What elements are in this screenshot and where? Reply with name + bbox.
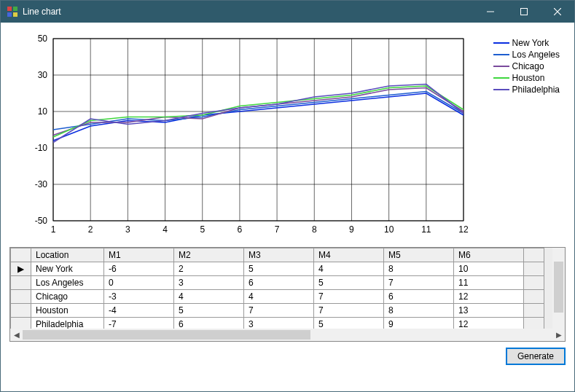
table-cell[interactable]: 2 <box>174 262 244 276</box>
chart-legend: New YorkLos AngelesChicagoHoustonPhilade… <box>493 37 560 95</box>
table-cell[interactable]: 4 <box>244 290 314 304</box>
window-buttons <box>474 1 574 23</box>
svg-rect-3 <box>13 12 17 17</box>
table-cell[interactable]: 8 <box>384 262 454 276</box>
svg-text:1: 1 <box>51 224 56 235</box>
svg-text:-50: -50 <box>35 216 48 226</box>
column-header[interactable]: Location <box>31 248 104 262</box>
scroll-right-arrow[interactable]: ▶ <box>552 329 565 341</box>
svg-text:-30: -30 <box>35 179 48 189</box>
svg-text:12: 12 <box>458 224 469 235</box>
svg-text:50: 50 <box>38 34 48 44</box>
legend-swatch <box>493 42 509 44</box>
legend-swatch <box>493 89 509 90</box>
legend-label: New York <box>512 37 549 49</box>
svg-text:30: 30 <box>38 70 48 80</box>
app-icon <box>7 6 18 17</box>
svg-text:3: 3 <box>125 224 130 235</box>
table-cell[interactable]: -3 <box>104 290 174 304</box>
svg-rect-1 <box>13 7 17 11</box>
svg-text:4: 4 <box>163 224 168 235</box>
legend-item: Los Angeles <box>493 49 560 60</box>
row-selector[interactable] <box>11 290 31 304</box>
svg-text:9: 9 <box>349 224 354 235</box>
table-cell[interactable]: Chicago <box>31 290 104 304</box>
table-cell[interactable]: -4 <box>104 304 174 318</box>
generate-button[interactable]: Generate <box>506 348 566 365</box>
column-header[interactable]: M1 <box>104 248 174 262</box>
table-cell[interactable]: 8 <box>384 304 454 318</box>
svg-line-7 <box>554 8 561 15</box>
legend-item: Houston <box>493 72 560 84</box>
table-cell[interactable]: 5 <box>174 304 244 318</box>
svg-text:7: 7 <box>275 224 280 235</box>
window-title: Line chart <box>23 7 474 17</box>
table-cell[interactable]: 5 <box>244 262 314 276</box>
table-cell[interactable]: -6 <box>104 262 174 276</box>
row-selector[interactable] <box>11 276 31 290</box>
svg-text:11: 11 <box>421 224 431 235</box>
legend-item: Philadelphia <box>493 84 560 95</box>
row-selector[interactable]: ▶ <box>11 262 31 276</box>
data-grid[interactable]: LocationM1M2M3M4M5M6▶New York-6254810Los… <box>9 247 566 342</box>
legend-label: Chicago <box>512 60 544 72</box>
legend-label: Los Angeles <box>512 49 560 60</box>
close-button[interactable] <box>541 1 574 23</box>
table-cell[interactable]: 12 <box>454 290 524 304</box>
scroll-left-arrow[interactable]: ◀ <box>10 329 23 341</box>
svg-text:8: 8 <box>312 224 317 235</box>
column-header[interactable]: M4 <box>314 248 384 262</box>
table-cell[interactable]: 13 <box>454 304 524 318</box>
table-cell[interactable]: 11 <box>454 276 524 290</box>
table-cell[interactable]: Los Angeles <box>31 276 104 290</box>
table-cell[interactable]: 7 <box>244 304 314 318</box>
column-header[interactable]: M2 <box>174 248 244 262</box>
table-cell[interactable]: 5 <box>314 276 384 290</box>
table-cell[interactable]: 6 <box>384 290 454 304</box>
table-cell[interactable]: New York <box>31 262 104 276</box>
maximize-button[interactable] <box>507 1 541 23</box>
vertical-scrollbar[interactable] <box>552 248 565 329</box>
vertical-scroll-thumb[interactable] <box>554 262 563 313</box>
svg-text:10: 10 <box>384 224 394 235</box>
titlebar: Line chart <box>1 1 574 23</box>
table-cell[interactable]: 4 <box>174 290 244 304</box>
content-area: 123456789101112-50-30-10103050 New YorkL… <box>1 23 574 371</box>
legend-label: Philadelphia <box>512 84 560 95</box>
table-cell[interactable]: 7 <box>314 290 384 304</box>
table-row[interactable]: Chicago-3447612 <box>11 290 544 304</box>
column-header[interactable]: M3 <box>244 248 314 262</box>
legend-swatch <box>493 54 509 55</box>
table-cell[interactable]: 6 <box>244 276 314 290</box>
horizontal-scroll-thumb[interactable] <box>23 330 310 340</box>
column-header[interactable]: M6 <box>454 248 524 262</box>
row-selector[interactable] <box>11 304 31 318</box>
legend-label: Houston <box>512 72 545 84</box>
legend-item: Chicago <box>493 60 560 72</box>
table-cell[interactable]: 7 <box>384 276 454 290</box>
button-row: Generate <box>9 348 566 365</box>
column-header[interactable]: M5 <box>384 248 454 262</box>
table-cell[interactable]: 10 <box>454 262 524 276</box>
legend-swatch <box>493 77 509 79</box>
table-cell[interactable]: 0 <box>104 276 174 290</box>
table-cell[interactable]: 4 <box>314 262 384 276</box>
table-header-row: LocationM1M2M3M4M5M6 <box>11 248 544 262</box>
table-cell[interactable]: 7 <box>314 304 384 318</box>
table-cell[interactable]: 3 <box>174 276 244 290</box>
table-cell[interactable]: Houston <box>31 304 104 318</box>
scroll-track[interactable] <box>23 329 552 341</box>
minimize-button[interactable] <box>474 1 507 23</box>
svg-rect-8 <box>53 39 463 221</box>
line-chart: 123456789101112-50-30-10103050 New YorkL… <box>9 31 566 243</box>
svg-text:5: 5 <box>200 224 205 235</box>
svg-text:10: 10 <box>38 106 48 117</box>
table-row[interactable]: Houston-4577813 <box>11 304 544 318</box>
svg-rect-0 <box>7 7 12 11</box>
table-row[interactable]: Los Angeles0365711 <box>11 276 544 290</box>
svg-text:6: 6 <box>238 224 243 235</box>
legend-item: New York <box>493 37 560 49</box>
table-row[interactable]: ▶New York-6254810 <box>11 262 544 276</box>
horizontal-scrollbar[interactable]: ◀ ▶ <box>10 329 565 341</box>
svg-rect-2 <box>7 12 12 17</box>
